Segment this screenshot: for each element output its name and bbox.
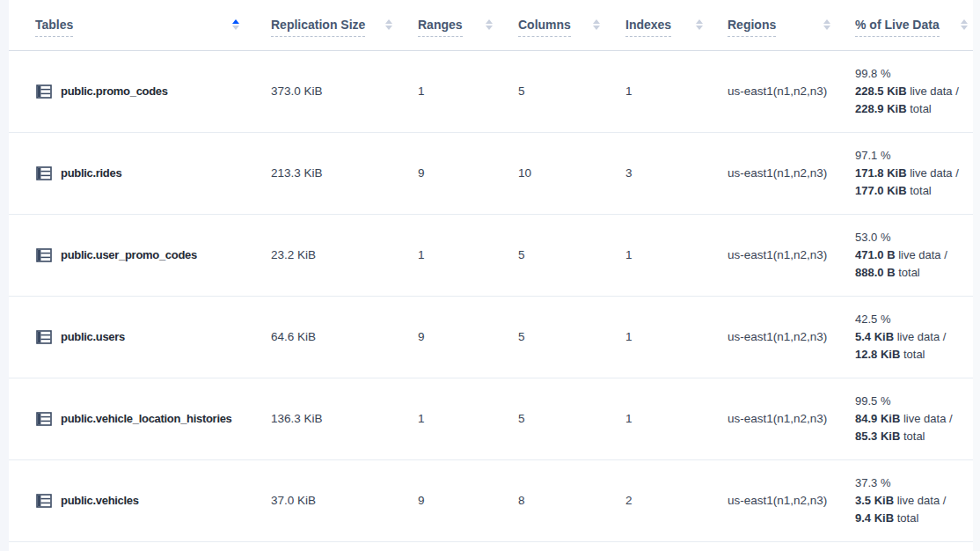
ranges-cell: 9	[406, 132, 507, 214]
live-percent: 37.3 %	[855, 474, 973, 492]
column-header-label: Regions	[728, 18, 776, 37]
live-size: 228.5 KiB live data /	[855, 83, 973, 100]
table-row: public.user_promo_codes 23.2 KiB 1 5 1 u…	[9, 214, 973, 296]
column-header-tables[interactable]: Tables	[9, 0, 253, 50]
total-size: 85.3 KiB total	[855, 428, 973, 445]
table-icon	[35, 83, 53, 100]
columns-cell: 10	[507, 132, 614, 214]
live-data-cell: 53.0 % 471.0 B live data / 888.0 B total	[845, 214, 973, 296]
replication-size-cell: 373.0 KiB	[253, 50, 406, 132]
regions-cell: us-east1(n1,n2,n3)	[717, 378, 845, 459]
live-percent: 99.8 %	[855, 65, 973, 83]
table-name-link[interactable]: public.promo_codes	[61, 84, 168, 98]
total-size: 9.4 KiB total	[855, 510, 973, 527]
table-body: public.promo_codes 373.0 KiB 1 5 1 us-ea…	[9, 50, 973, 541]
indexes-cell: 3	[614, 132, 717, 214]
live-size: 471.0 B live data /	[855, 246, 973, 264]
column-header-label: Columns	[518, 18, 571, 37]
live-data-cell: 37.3 % 3.5 KiB live data / 9.4 KiB total	[845, 459, 973, 541]
ranges-cell: 9	[406, 459, 507, 541]
columns-cell: 5	[507, 296, 614, 378]
indexes-cell: 1	[614, 50, 717, 132]
column-header-regions[interactable]: Regions	[717, 0, 845, 50]
ranges-cell: 1	[406, 214, 507, 296]
live-percent: 42.5 %	[855, 311, 973, 328]
indexes-cell: 1	[614, 214, 717, 296]
table-row: public.vehicle_location_histories 136.3 …	[9, 378, 973, 459]
table-name-link[interactable]: public.vehicle_location_histories	[61, 412, 232, 425]
column-header-ranges[interactable]: Ranges	[406, 0, 507, 50]
indexes-cell: 2	[614, 459, 717, 541]
column-header-columns[interactable]: Columns	[507, 0, 614, 50]
live-percent: 53.0 %	[855, 229, 973, 246]
table-name-link[interactable]: public.rides	[61, 166, 121, 180]
live-percent: 97.1 %	[855, 147, 973, 165]
table-icon	[35, 246, 53, 264]
column-header-label: Ranges	[418, 18, 463, 37]
column-header-label: Indexes	[625, 18, 671, 37]
sort-carets-icon	[232, 19, 239, 30]
table-icon	[35, 328, 53, 346]
live-data-cell: 42.5 % 5.4 KiB live data / 12.8 KiB tota…	[845, 296, 973, 378]
replication-size-cell: 136.3 KiB	[253, 378, 406, 459]
live-size: 171.8 KiB live data /	[855, 165, 973, 182]
sort-carets-icon	[961, 19, 968, 30]
live-data-cell: 99.5 % 84.9 KiB live data / 85.3 KiB tot…	[845, 378, 973, 459]
left-gutter	[0, 0, 9, 551]
live-size: 84.9 KiB live data /	[855, 410, 973, 428]
table-icon	[35, 165, 53, 182]
live-data-cell: 99.8 % 228.5 KiB live data / 228.9 KiB t…	[845, 50, 973, 132]
regions-cell: us-east1(n1,n2,n3)	[717, 214, 845, 296]
table-row: public.rides 213.3 KiB 9 10 3 us-east1(n…	[9, 132, 973, 214]
replication-size-cell: 213.3 KiB	[253, 132, 406, 214]
column-header-live-data[interactable]: % of Live Data	[845, 0, 973, 50]
live-data-cell: 97.1 % 171.8 KiB live data / 177.0 KiB t…	[845, 132, 973, 214]
total-size: 888.0 B total	[855, 264, 973, 282]
column-header-label: Replication Size	[271, 18, 365, 37]
ranges-cell: 1	[406, 50, 507, 132]
columns-cell: 8	[507, 459, 614, 541]
live-size: 3.5 KiB live data /	[855, 492, 973, 510]
indexes-cell: 1	[614, 378, 717, 459]
column-header-label: % of Live Data	[855, 18, 940, 37]
table-row: public.promo_codes 373.0 KiB 1 5 1 us-ea…	[9, 50, 973, 132]
regions-cell: us-east1(n1,n2,n3)	[717, 296, 845, 378]
columns-cell: 5	[507, 378, 614, 459]
table-icon	[35, 492, 53, 510]
tables-page: Tables Replication Size Ranges	[0, 0, 980, 551]
table-icon	[35, 410, 53, 428]
sort-carets-icon	[385, 19, 392, 30]
table-name-link[interactable]: public.users	[61, 330, 125, 343]
sort-carets-icon	[593, 19, 600, 30]
columns-cell: 5	[507, 214, 614, 296]
sort-carets-icon	[823, 19, 830, 30]
ranges-cell: 1	[406, 378, 507, 459]
total-size: 12.8 KiB total	[855, 346, 973, 364]
table-row: public.vehicles 37.0 KiB 9 8 2 us-east1(…	[9, 459, 973, 541]
database-tables-table: Tables Replication Size Ranges	[9, 0, 973, 542]
total-size: 177.0 KiB total	[855, 182, 973, 200]
indexes-cell: 1	[614, 296, 717, 378]
tables-panel: Tables Replication Size Ranges	[9, 0, 973, 551]
column-header-replication-size[interactable]: Replication Size	[253, 0, 406, 50]
table-name-link[interactable]: public.vehicles	[61, 494, 139, 507]
replication-size-cell: 23.2 KiB	[253, 214, 406, 296]
table-header: Tables Replication Size Ranges	[9, 0, 973, 50]
regions-cell: us-east1(n1,n2,n3)	[717, 132, 845, 214]
sort-carets-icon	[696, 19, 703, 30]
ranges-cell: 9	[406, 296, 507, 378]
replication-size-cell: 64.6 KiB	[253, 296, 406, 378]
table-row: public.users 64.6 KiB 9 5 1 us-east1(n1,…	[9, 296, 973, 378]
live-percent: 99.5 %	[855, 393, 973, 410]
right-gutter	[973, 0, 980, 551]
regions-cell: us-east1(n1,n2,n3)	[717, 50, 845, 132]
table-name-link[interactable]: public.user_promo_codes	[61, 248, 197, 261]
live-size: 5.4 KiB live data /	[855, 328, 973, 346]
column-header-indexes[interactable]: Indexes	[614, 0, 717, 50]
sort-carets-icon	[486, 19, 493, 30]
columns-cell: 5	[507, 50, 614, 132]
total-size: 228.9 KiB total	[855, 100, 973, 118]
replication-size-cell: 37.0 KiB	[253, 459, 406, 541]
column-header-label: Tables	[35, 18, 73, 37]
regions-cell: us-east1(n1,n2,n3)	[717, 459, 845, 541]
